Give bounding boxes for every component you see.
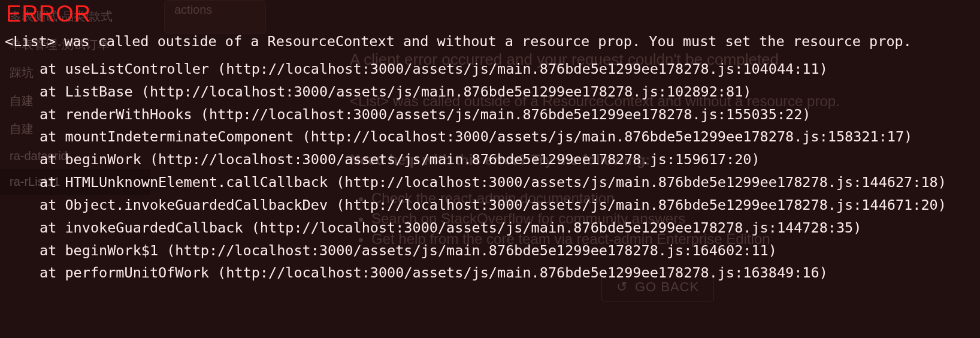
error-label: ERROR bbox=[5, 0, 975, 32]
stack-frame-5: at HTMLUnknownElement.callCallback (http… bbox=[5, 171, 975, 194]
stack-frame-6: at Object.invokeGuardedCallbackDev (http… bbox=[5, 194, 975, 217]
stack-frame-8: at beginWork$1 (http://localhost:3000/as… bbox=[5, 240, 975, 262]
stack-frame-9: at performUnitOfWork (http://localhost:3… bbox=[5, 262, 975, 285]
error-message: <List> was called outside of a ResourceC… bbox=[5, 32, 975, 58]
stack-frame-0: at useListController (http://localhost:3… bbox=[5, 58, 975, 81]
stack-frame-4: at beginWork (http://localhost:3000/asse… bbox=[5, 149, 975, 171]
stack-frame-1: at ListBase (http://localhost:3000/asset… bbox=[5, 81, 975, 104]
stack-frame-2: at renderWithHooks (http://localhost:300… bbox=[5, 104, 975, 126]
error-stack: at useListController (http://localhost:3… bbox=[5, 58, 975, 285]
stack-frame-7: at invokeGuardedCallback (http://localho… bbox=[5, 217, 975, 240]
error-overlay: ERROR <List> was called outside of a Res… bbox=[0, 0, 980, 338]
stack-frame-3: at mountIndeterminateComponent (http://l… bbox=[5, 126, 975, 149]
